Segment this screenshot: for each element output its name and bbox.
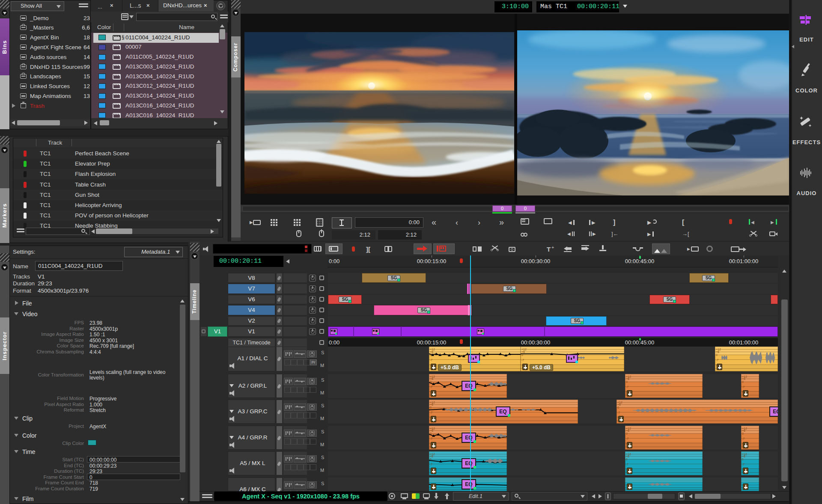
svg-text:-7: -7 (430, 385, 432, 388)
svg-text:+6: +6 (430, 350, 433, 353)
svg-text:+6: +6 (716, 350, 719, 353)
svg-text:0: 0 (430, 406, 432, 409)
svg-text:+6: +6 (742, 377, 745, 380)
svg-text:+6: +6 (617, 403, 621, 406)
svg-text:+6: +6 (430, 377, 433, 380)
svg-text:+6: +6 (626, 429, 629, 432)
svg-text:0: 0 (626, 458, 628, 461)
svg-text:+6: +6 (430, 403, 433, 406)
svg-text:-7: -7 (430, 411, 432, 414)
svg-text:-7: -7 (626, 437, 628, 440)
svg-text:0: 0 (617, 406, 619, 409)
svg-text:-7: -7 (742, 385, 745, 388)
svg-text:+6: +6 (521, 350, 525, 353)
svg-text:-7: -7 (626, 463, 628, 466)
svg-text:-7: -7 (430, 463, 432, 466)
svg-text:0: 0 (742, 432, 744, 435)
svg-text:0: 0 (626, 432, 628, 435)
svg-text:+6: +6 (742, 455, 745, 458)
svg-text:0: 0 (742, 380, 744, 383)
svg-text:-7: -7 (430, 437, 432, 440)
svg-text:-7: -7 (430, 359, 432, 362)
svg-text:-7: -7 (742, 437, 745, 440)
svg-text:-7: -7 (716, 359, 718, 362)
svg-text:+6: +6 (626, 377, 629, 380)
svg-text:-7: -7 (521, 359, 524, 362)
svg-text:0: 0 (716, 353, 718, 356)
svg-text:+6: +6 (430, 429, 433, 432)
svg-text:+6: +6 (626, 455, 629, 458)
svg-text:-7: -7 (742, 463, 745, 466)
svg-text:0: 0 (742, 458, 744, 461)
svg-text:+6: +6 (742, 429, 745, 432)
svg-text:+6: +6 (430, 455, 433, 458)
svg-text:-7: -7 (617, 411, 620, 414)
svg-text:0: 0 (626, 380, 628, 383)
svg-text:-7: -7 (626, 385, 628, 388)
